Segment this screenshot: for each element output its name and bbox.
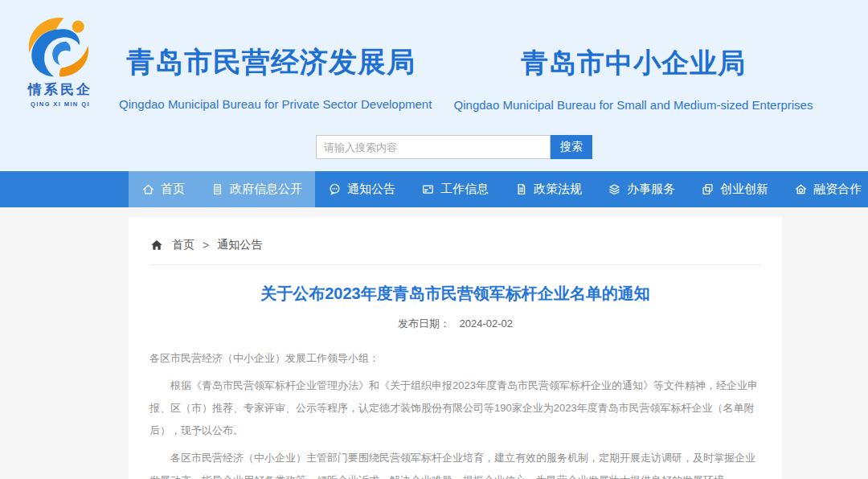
policy-icon [514,182,528,196]
logo-subtext: QING XI MIN QI [11,100,109,108]
brand-logo-icon [23,14,97,79]
home-icon [141,182,155,196]
org-left-title-en: Qingdao Municipal Bureau for Private Sec… [119,97,423,111]
logo-text: 情系民企 [11,80,109,99]
org-right: 青岛市中小企业局 Qingdao Municipal Bureau for Sm… [444,45,823,112]
nav-label: 工作信息 [440,182,489,197]
nav-item-notices[interactable]: 通知公告 [315,171,408,207]
gov-info-icon [211,182,224,196]
nav-item-work-info[interactable]: 工作信息 [408,171,502,207]
nav-label: 融资合作 [813,182,862,197]
nav-item-innovation[interactable]: 创业创新 [688,171,781,207]
nav-item-gov-info[interactable]: 政府信息公开 [198,171,315,207]
publish-date: 2024-02-02 [460,317,514,330]
article-paragraph: 各区市民营经济（中小企业）主管部门要围绕民营领军标杆企业培育，建立有效的服务机制… [149,447,761,479]
nav-label: 创业创新 [720,182,768,197]
breadcrumb-separator: > [203,239,209,252]
article-dateline: 发布日期： 2024-02-02 [149,317,761,331]
innovation-icon [701,182,714,196]
search-button[interactable]: 搜索 [551,135,592,159]
breadcrumb-home-icon [149,238,164,252]
breadcrumb: 首页 > 通知公告 [149,217,761,265]
nav-item-policy[interactable]: 政策法规 [502,171,595,207]
search-bar: 搜索 [316,135,592,159]
article-paragraph: 根据《青岛市民营领军标杆企业管理办法》和《关于组织申报2023年度青岛市民营领军… [149,375,761,442]
org-left: 青岛市民营经济发展局 Qingdao Municipal Bureau for … [119,43,423,111]
article-body: 各区市民营经济（中小企业）发展工作领导小组： 根据《青岛市民营领军标杆企业管理办… [149,347,761,479]
nav-item-home[interactable]: 首页 [129,171,198,207]
site-header: 情系民企 QING XI MIN QI 青岛市民营经济发展局 Qingdao M… [0,0,868,171]
org-right-title-en: Qingdao Municipal Bureau for Small and M… [444,98,823,112]
nav-label: 政府信息公开 [230,182,302,197]
nav-label: 办事服务 [627,182,675,197]
article-title: 关于公布2023年度青岛市民营领军标杆企业名单的通知 [149,283,761,305]
nav-label: 通知公告 [347,182,395,197]
financing-icon [794,182,808,196]
nav-label: 政策法规 [534,182,582,197]
notice-icon [328,182,342,196]
search-input[interactable] [316,135,551,159]
content-card: 首页 > 通知公告 关于公布2023年度青岛市民营领军标杆企业名单的通知 发布日… [129,217,782,479]
article-salutation: 各区市民营经济（中小企业）发展工作领导小组： [149,347,761,370]
org-right-title: 青岛市中小企业局 [444,45,823,82]
work-info-icon [421,182,435,196]
nav-item-financing[interactable]: 融资合作 [781,171,868,207]
services-icon [608,182,621,196]
site-logo: 情系民企 QING XI MIN QI [11,14,109,108]
main-nav: 首页 政府信息公开 通知公告 工作 [0,171,868,207]
date-label: 发布日期： [398,317,450,330]
nav-item-services[interactable]: 办事服务 [595,171,688,207]
nav-label: 首页 [161,182,185,197]
org-left-title: 青岛市民营经济发展局 [119,43,423,81]
breadcrumb-current[interactable]: 通知公告 [217,238,262,252]
breadcrumb-home-link[interactable]: 首页 [172,238,194,252]
